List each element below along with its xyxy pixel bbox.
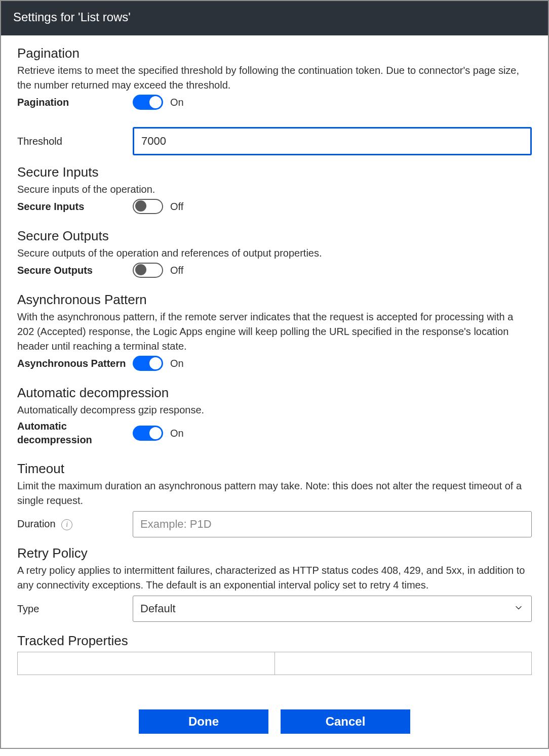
section-desc-async: With the asynchronous pattern, if the re… — [17, 310, 532, 354]
section-title-timeout: Timeout — [17, 461, 532, 477]
section-desc-decompress: Automatically decompress gzip response. — [17, 403, 532, 417]
section-desc-pagination: Retrieve items to meet the specified thr… — [17, 63, 532, 93]
secure-outputs-toggle-state: Off — [170, 265, 183, 276]
footer: Done Cancel — [17, 689, 532, 748]
section-desc-timeout: Limit the maximum duration an asynchrono… — [17, 479, 532, 508]
threshold-label: Threshold — [17, 136, 133, 147]
pagination-label: Pagination — [17, 97, 133, 108]
retry-type-select[interactable]: Default — [133, 596, 532, 622]
async-pattern-toggle[interactable] — [133, 356, 163, 371]
panel-title: Settings for 'List rows' — [1, 1, 548, 35]
pagination-toggle-state: On — [170, 97, 184, 108]
section-title-retry: Retry Policy — [17, 545, 532, 561]
auto-decompress-toggle[interactable] — [133, 426, 163, 441]
section-pagination: Pagination Retrieve items to meet the sp… — [17, 46, 532, 155]
section-desc-secure-outputs: Secure outputs of the operation and refe… — [17, 246, 532, 261]
section-title-secure-outputs: Secure Outputs — [17, 228, 532, 244]
tracked-property-key-input[interactable] — [17, 652, 275, 675]
retry-type-label: Type — [17, 603, 133, 615]
section-timeout: Timeout Limit the maximum duration an as… — [17, 461, 532, 537]
section-title-tracked: Tracked Properties — [17, 633, 532, 649]
secure-outputs-toggle[interactable] — [133, 263, 163, 278]
section-title-pagination: Pagination — [17, 46, 532, 61]
tracked-properties-grid — [17, 652, 532, 675]
section-tracked-properties: Tracked Properties — [17, 633, 532, 675]
cancel-button[interactable]: Cancel — [281, 709, 410, 734]
secure-outputs-label: Secure Outputs — [17, 265, 133, 276]
secure-inputs-toggle[interactable] — [133, 199, 163, 214]
section-title-decompress: Automatic decompression — [17, 385, 532, 401]
duration-label-text: Duration — [17, 518, 56, 529]
section-title-async: Asynchronous Pattern — [17, 292, 532, 308]
section-desc-secure-inputs: Secure inputs of the operation. — [17, 182, 532, 197]
section-async-pattern: Asynchronous Pattern With the asynchrono… — [17, 292, 532, 371]
threshold-input[interactable] — [133, 127, 532, 155]
section-desc-retry: A retry policy applies to intermittent f… — [17, 563, 532, 593]
section-secure-inputs: Secure Inputs Secure inputs of the opera… — [17, 164, 532, 214]
async-pattern-toggle-state: On — [170, 358, 184, 369]
section-secure-outputs: Secure Outputs Secure outputs of the ope… — [17, 228, 532, 278]
section-auto-decompress: Automatic decompression Automatically de… — [17, 385, 532, 447]
pagination-toggle[interactable] — [133, 95, 163, 110]
info-icon[interactable]: i — [61, 519, 72, 530]
secure-inputs-label: Secure Inputs — [17, 201, 133, 213]
async-pattern-label: Asynchronous Pattern — [17, 358, 133, 369]
auto-decompress-label: Automatic decompression — [17, 419, 133, 447]
duration-label: Duration i — [17, 518, 133, 530]
duration-input[interactable] — [133, 511, 532, 537]
tracked-property-value-input[interactable] — [275, 652, 532, 675]
section-title-secure-inputs: Secure Inputs — [17, 164, 532, 180]
settings-panel: Settings for 'List rows' Pagination Retr… — [0, 0, 549, 749]
retry-type-value: Default — [140, 602, 176, 615]
done-button[interactable]: Done — [139, 709, 268, 734]
secure-inputs-toggle-state: Off — [170, 201, 183, 213]
auto-decompress-toggle-state: On — [170, 428, 184, 439]
panel-body: Pagination Retrieve items to meet the sp… — [1, 35, 548, 748]
section-retry-policy: Retry Policy A retry policy applies to i… — [17, 545, 532, 622]
